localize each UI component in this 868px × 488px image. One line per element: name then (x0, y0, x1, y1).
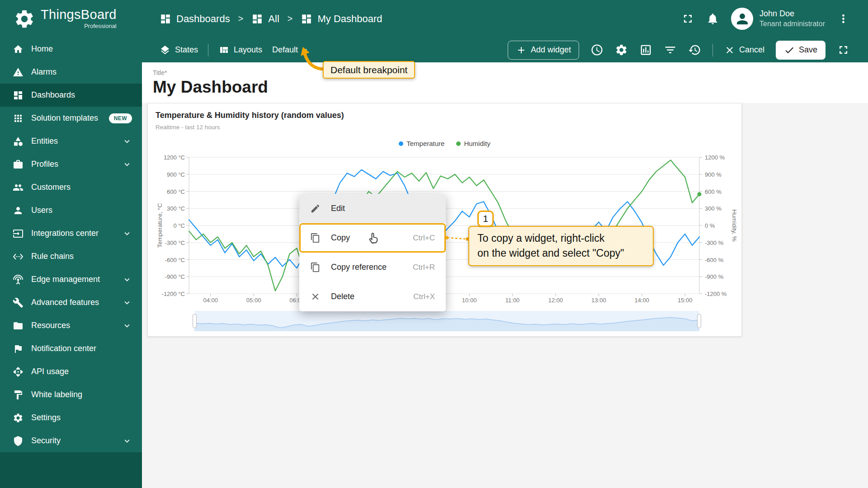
chart-legend: TemperatureHumidity (148, 140, 741, 147)
apps-icon (13, 113, 24, 124)
breadcrumb-item-dashboards[interactable]: Dashboards (160, 13, 230, 25)
cancel-button[interactable]: Cancel (724, 45, 764, 56)
y-tick-label: -900 % (705, 273, 736, 280)
right-axis-title: Humidity, % (731, 209, 738, 241)
range-handle-right[interactable] (697, 314, 701, 328)
x-tick-label: 11:00 (505, 297, 520, 304)
legend-item-temperature[interactable]: Temperature (399, 140, 444, 147)
breakpoint-callout: Default breakpoint (323, 61, 415, 79)
page-title[interactable]: My Dashboard (153, 78, 868, 97)
y-tick-label: -1200 % (705, 291, 736, 297)
sidebar-item-resources[interactable]: Resources (0, 314, 142, 337)
widget-timewindow[interactable]: Realtime - last 12 hours (156, 124, 220, 131)
breadcrumb-separator: > (238, 14, 244, 24)
sidebar-item-users[interactable]: Users (0, 199, 142, 222)
api-icon (13, 366, 24, 377)
pencil-icon (310, 203, 321, 214)
flag-icon (13, 343, 24, 354)
copy-icon (310, 233, 321, 243)
y-tick-label: 1200 °C (155, 154, 185, 161)
states-label: States (175, 45, 198, 55)
save-button[interactable]: Save (776, 41, 826, 60)
fullscreen-icon[interactable] (681, 12, 694, 25)
app-logo[interactable]: ThingsBoard Professional (0, 0, 142, 38)
sidebar-item-customers[interactable]: Customers (0, 176, 142, 199)
add-widget-button[interactable]: Add widget (508, 41, 579, 60)
kebab-menu-icon[interactable] (837, 12, 850, 25)
chevron-down-icon (122, 136, 132, 146)
copy-hint-line2: on the widget and select "Copy" (477, 246, 645, 261)
sidebar-item-label: Security (31, 436, 114, 446)
legend-label: Humidity (464, 140, 490, 147)
paint-icon (13, 389, 24, 400)
app-name: ThingsBoard (41, 8, 117, 21)
fullscreen-toolbar-icon[interactable] (837, 43, 850, 56)
legend-label: Temperature (406, 140, 444, 147)
context-menu-item-copy[interactable]: CopyCtrl+C (299, 223, 446, 253)
y-tick-label: 300 °C (155, 205, 185, 212)
copy-icon (310, 262, 321, 272)
legend-dot (399, 141, 403, 146)
sidebar-item-label: Integrations center (31, 229, 114, 238)
breadcrumb-separator: > (288, 14, 293, 24)
sidebar-item-entities[interactable]: Entities (0, 130, 142, 153)
context-menu-item-copy-reference[interactable]: Copy referenceCtrl+R (299, 253, 446, 282)
dashboard-settings-gear-icon[interactable] (615, 43, 628, 56)
warning-icon (13, 67, 24, 78)
sidebar-item-dashboards[interactable]: Dashboards (0, 84, 142, 107)
sidebar-nav: HomeAlarmsDashboardsSolution templatesNE… (0, 38, 142, 452)
sidebar-item-home[interactable]: Home (0, 38, 142, 61)
chevron-down-icon (122, 436, 132, 446)
sidebar-item-api-usage[interactable]: API usage (0, 360, 142, 383)
widget-title: Temperature & Humidity history (random v… (156, 111, 344, 120)
sidebar-item-edge-management[interactable]: Edge management (0, 268, 142, 291)
context-menu-item-delete[interactable]: DeleteCtrl+X (299, 282, 446, 311)
user-role: Tenant administrator (760, 19, 825, 29)
sidebar-item-alarms[interactable]: Alarms (0, 61, 142, 84)
briefcase-icon (13, 159, 24, 170)
time-range-preview[interactable] (194, 311, 699, 331)
time-window-icon[interactable] (590, 43, 604, 56)
x-tick-label: 14:00 (635, 297, 650, 304)
sidebar-item-security[interactable]: Security (0, 429, 142, 452)
notifications-bell-icon[interactable] (706, 12, 719, 25)
breadcrumb-label: My Dashboard (317, 13, 382, 25)
avatar[interactable] (731, 8, 753, 30)
sidebar-item-label: Solution templates (31, 113, 101, 123)
states-button[interactable]: States (160, 45, 198, 56)
sidebar-item-rule-chains[interactable]: Rule chains (0, 245, 142, 268)
sidebar-item-profiles[interactable]: Profiles (0, 153, 142, 176)
sidebar-item-notification-center[interactable]: Notification center (0, 337, 142, 360)
version-history-icon[interactable] (688, 43, 701, 56)
y-tick-label: 900 °C (155, 171, 185, 178)
menu-item-shortcut: Ctrl+R (413, 263, 435, 272)
breadcrumb-item-my-dashboard[interactable]: My Dashboard (301, 13, 382, 25)
sidebar-item-settings[interactable]: Settings (0, 406, 142, 429)
breadcrumb-item-all[interactable]: All (251, 13, 279, 25)
dashboard-grid-icon (251, 13, 263, 25)
layouts-label: Layouts (234, 45, 262, 55)
entity-aliases-icon[interactable] (639, 43, 652, 56)
layouts-button[interactable]: Layouts (218, 45, 262, 56)
sidebar-item-label: Entities (31, 136, 114, 146)
x-tick-label: 04:00 (203, 297, 218, 304)
sidebar-item-white-labeling[interactable]: White labeling (0, 383, 142, 406)
dashboard-canvas[interactable]: Temperature & Humidity history (random v… (142, 103, 868, 488)
dashboard-toolbar: States Layouts Default Add widget (142, 38, 868, 62)
context-menu: EditCopyCtrl+CCopy referenceCtrl+RDelete… (299, 194, 446, 311)
range-handle-left[interactable] (193, 314, 197, 328)
context-menu-item-edit[interactable]: Edit (299, 194, 446, 223)
legend-item-humidity[interactable]: Humidity (456, 140, 490, 147)
filters-icon[interactable] (664, 43, 677, 56)
sidebar-item-label: Profiles (31, 160, 114, 169)
user-menu[interactable]: John Doe Tenant administrator (731, 8, 825, 30)
sidebar-item-integrations-center[interactable]: Integrations center (0, 222, 142, 245)
sidebar-item-solution-templates[interactable]: Solution templatesNEW (0, 107, 142, 130)
toolbar-divider (208, 44, 208, 56)
sidebar-item-label: Notification center (31, 344, 132, 353)
sidebar-item-advanced-features[interactable]: Advanced features (0, 291, 142, 314)
sidebar-item-label: Settings (31, 413, 132, 422)
edge-icon (13, 274, 24, 285)
copy-hint-callout: To copy a widget, right-click on the wid… (468, 226, 654, 266)
add-widget-label: Add widget (531, 45, 571, 55)
